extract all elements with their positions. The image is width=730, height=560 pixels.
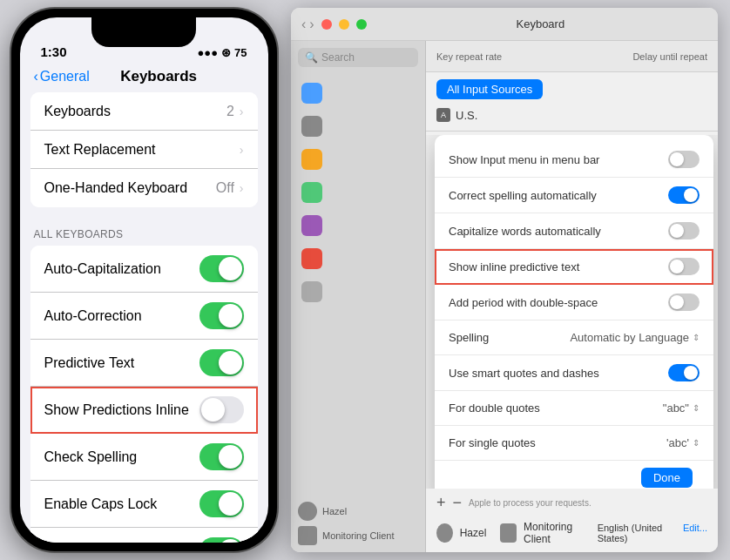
signal-icon: ●●● [197,46,218,59]
all-input-sources-tab[interactable]: All Input Sources [436,79,543,99]
setting-single-quotes[interactable]: For single quotes 'abc' ⇕ [435,426,713,461]
done-button-row: Done [435,461,713,489]
setting-correct-spelling: Correct spelling automatically [435,178,713,213]
sidebar-item-1[interactable] [291,78,425,109]
auto-correct-toggle[interactable] [199,302,244,329]
phone-device: 1:30 ●●● ⊛ 75 ‹ General Keyboards [11,9,277,551]
battery-icon: 75 [234,46,247,59]
chevron-right-icon: › [240,105,244,118]
single-quotes-label: For single quotes [449,436,666,449]
mac-nav-arrows[interactable]: ‹ › [301,17,314,32]
setting-double-quotes[interactable]: For double quotes "abc" ⇕ [435,391,713,426]
list-item-predictive-text: Predictive Text [30,340,258,387]
mac-body: 🔍 Search [291,41,718,552]
sidebar-icons-list [291,74,425,495]
setting-smart-quotes: Use smart quotes and dashes [435,355,713,391]
list-item-show-predictions: Show Predictions Inline [30,387,258,434]
phone-content: Keyboards 2 › Text Replacement › One-Han… [20,92,268,543]
caps-lock-toggle[interactable] [199,490,244,517]
mac-title-bar: ‹ › Keyboard [291,8,718,41]
monitoring-avatar [298,526,317,545]
wifi-icon: ⊛ [221,46,231,59]
sidebar-bottom-hazel: Hazel [298,502,418,521]
sidebar-item-2[interactable] [291,111,425,142]
edit-link[interactable]: Edit... [683,523,707,543]
sidebar-item-4[interactable] [291,177,425,208]
caps-lock-label: Enable Caps Lock [44,496,199,512]
list-item-smart-punct: Smart Punctuation [30,528,258,543]
predictive-text-label: Predictive Text [44,355,199,371]
capitalize-words-toggle[interactable] [668,222,700,240]
sidebar-icon-1 [301,83,322,104]
fullscreen-button[interactable] [356,19,367,30]
single-quotes-value: 'abc' [666,436,689,449]
chevron-right-icon: › [240,143,244,157]
back-button[interactable]: ‹ General [34,69,90,84]
mac-search-bar[interactable]: 🔍 Search [298,48,418,67]
list-item-keyboards[interactable]: Keyboards 2 › [30,92,258,131]
mac-sidebar: 🔍 Search [291,41,426,552]
show-input-menu-label: Show Input menu in menu bar [449,153,668,166]
mac-popup-panel: Show Input menu in menu bar Correct spel… [435,135,713,489]
divider-1 [426,131,718,132]
check-spelling-toggle[interactable] [199,443,244,470]
correct-spelling-label: Correct spelling automatically [449,189,668,202]
inline-predictive-label: Show inline predictive text [449,260,668,273]
sidebar-bottom: Hazel Monitoring Client [291,495,425,552]
show-predictions-label: Show Predictions Inline [44,402,199,418]
done-button[interactable]: Done [641,468,693,488]
sidebar-item-7[interactable] [291,276,425,307]
spelling-label: Spelling [449,331,570,344]
show-predictions-toggle[interactable] [199,396,244,423]
keyboards-value: 2 [226,104,234,119]
us-row[interactable]: A U.S. [426,103,718,127]
footer-monitoring-avatar [500,523,517,543]
double-quotes-value: "abc" [663,401,689,415]
sidebar-icon-4 [301,182,322,203]
add-period-toggle[interactable] [668,293,700,311]
sidebar-item-3[interactable] [291,144,425,175]
predictive-text-toggle[interactable] [199,349,244,376]
phone-screen: 1:30 ●●● ⊛ 75 ‹ General Keyboards [20,17,268,543]
chevron-right-icon: › [240,181,244,195]
list-item-text-replacement[interactable]: Text Replacement › [30,131,258,169]
status-icons: ●●● ⊛ 75 [197,46,247,59]
sidebar-icon-3 [301,149,322,170]
add-source-button[interactable]: + [436,494,446,512]
minimize-button[interactable] [339,19,349,30]
list-item-one-handed[interactable]: One-Handed Keyboard Off › [30,169,258,207]
sidebar-item-5[interactable] [291,210,425,241]
add-period-label: Add period with double-space [449,296,668,309]
mac-bottom-bar: + − Apple to process your requests. [426,489,718,517]
nav-back-icon[interactable]: ‹ [301,17,306,32]
sidebar-item-6[interactable] [291,243,425,274]
inline-predictive-toggle[interactable] [668,258,700,275]
phone-section: 1:30 ●●● ⊛ 75 ‹ General Keyboards [0,0,287,560]
mac-section: ‹ › Keyboard 🔍 Search [287,0,730,560]
check-spelling-label: Check Spelling [44,449,199,465]
sidebar-icon-2 [301,116,322,137]
remove-source-button[interactable]: − [453,494,463,512]
chevron-left-icon: ‹ [34,69,38,84]
show-input-menu-toggle[interactable] [668,151,700,168]
mac-footer: Hazel Monitoring Client English (United … [426,517,718,552]
footer-avatar [436,523,453,543]
auto-correct-label: Auto-Correction [44,308,199,324]
monitoring-label: Monitoring Client [322,530,395,541]
footer-hazel: Hazel [460,527,487,539]
smart-quotes-label: Use smart quotes and dashes [449,367,668,380]
spelling-value: Automatic by Language [570,331,689,344]
list-item-caps-lock: Enable Caps Lock [30,481,258,528]
smart-quotes-toggle[interactable] [668,364,700,381]
smart-punct-toggle[interactable] [199,537,244,543]
all-keyboards-header: ALL KEYBOARDS [20,214,268,246]
auto-cap-toggle[interactable] [199,255,244,282]
hazel-avatar [298,502,317,521]
mac-content-area: All Input Sources A U.S. Show Input men [426,72,718,552]
setting-spelling[interactable]: Spelling Automatic by Language ⇕ [435,320,713,355]
correct-spelling-toggle[interactable] [668,186,700,204]
nav-forward-icon[interactable]: › [309,17,314,32]
mac-main-top: Key repeat rate Delay until repeat [426,41,718,72]
close-button[interactable] [321,19,332,30]
panel-container: Show Input menu in menu bar Correct spel… [426,135,718,489]
